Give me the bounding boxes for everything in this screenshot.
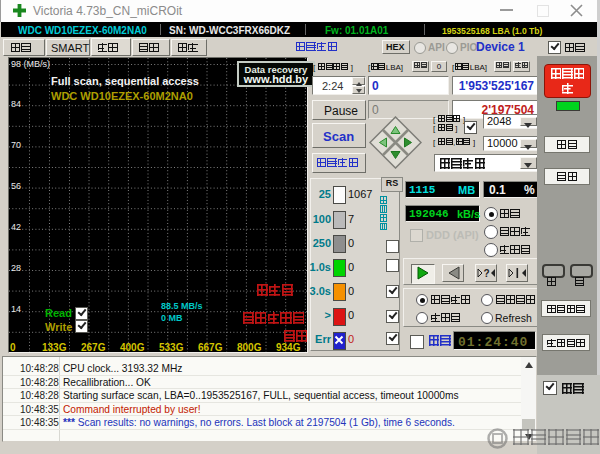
svg-text:?: ? bbox=[484, 268, 490, 279]
